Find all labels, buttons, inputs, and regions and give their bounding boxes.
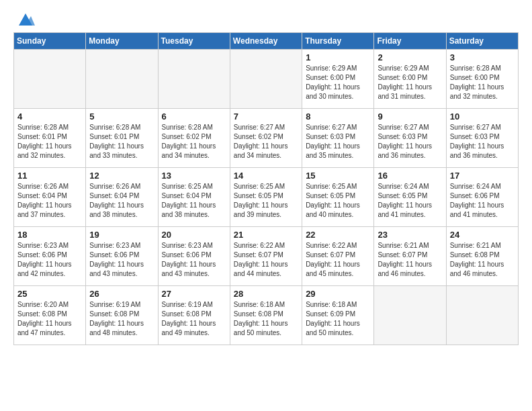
day-info: Sunrise: 6:18 AMSunset: 6:09 PMDaylight:… — [306, 300, 370, 338]
day-number: 11 — [17, 171, 82, 181]
calendar-cell — [446, 286, 518, 345]
day-number: 22 — [306, 230, 370, 240]
day-number: 6 — [162, 111, 226, 122]
calendar-cell: 24Sunrise: 6:21 AMSunset: 6:08 PMDayligh… — [446, 227, 518, 286]
day-number: 24 — [450, 230, 515, 240]
day-number: 3 — [450, 52, 515, 62]
weekday-header: Saturday — [446, 33, 518, 50]
calendar-cell: 27Sunrise: 6:19 AMSunset: 6:08 PMDayligh… — [158, 286, 230, 345]
day-number: 26 — [89, 289, 154, 299]
calendar-cell — [374, 286, 446, 345]
day-info: Sunrise: 6:19 AMSunset: 6:08 PMDaylight:… — [162, 300, 226, 338]
day-info: Sunrise: 6:26 AMSunset: 6:04 PMDaylight:… — [17, 182, 82, 220]
calendar-cell: 29Sunrise: 6:18 AMSunset: 6:09 PMDayligh… — [302, 286, 374, 345]
day-number: 7 — [234, 111, 298, 122]
day-info: Sunrise: 6:28 AMSunset: 6:02 PMDaylight:… — [162, 123, 226, 161]
calendar-cell: 1Sunrise: 6:29 AMSunset: 6:00 PMDaylight… — [302, 50, 374, 109]
calendar-cell: 18Sunrise: 6:23 AMSunset: 6:06 PMDayligh… — [14, 227, 86, 286]
calendar-cell: 2Sunrise: 6:29 AMSunset: 6:00 PMDaylight… — [374, 50, 446, 109]
calendar-cell: 19Sunrise: 6:23 AMSunset: 6:06 PMDayligh… — [86, 227, 158, 286]
calendar-cell: 25Sunrise: 6:20 AMSunset: 6:08 PMDayligh… — [14, 286, 86, 345]
day-number: 17 — [450, 171, 515, 181]
weekday-header: Monday — [86, 33, 158, 50]
calendar-cell: 12Sunrise: 6:26 AMSunset: 6:04 PMDayligh… — [86, 168, 158, 227]
day-info: Sunrise: 6:21 AMSunset: 6:08 PMDaylight:… — [450, 241, 515, 279]
calendar-cell: 10Sunrise: 6:27 AMSunset: 6:03 PMDayligh… — [446, 109, 518, 168]
day-info: Sunrise: 6:27 AMSunset: 6:03 PMDaylight:… — [378, 123, 442, 161]
logo-icon — [16, 13, 35, 26]
calendar-cell — [86, 50, 158, 109]
day-info: Sunrise: 6:28 AMSunset: 6:01 PMDaylight:… — [17, 123, 82, 161]
day-info: Sunrise: 6:23 AMSunset: 6:06 PMDaylight:… — [162, 241, 226, 279]
day-info: Sunrise: 6:18 AMSunset: 6:08 PMDaylight:… — [234, 300, 298, 338]
day-number: 10 — [450, 111, 515, 122]
calendar-cell — [14, 50, 86, 109]
calendar-cell: 3Sunrise: 6:28 AMSunset: 6:00 PMDaylight… — [446, 50, 518, 109]
calendar-cell — [158, 50, 230, 109]
calendar-cell: 16Sunrise: 6:24 AMSunset: 6:05 PMDayligh… — [374, 168, 446, 227]
day-number: 14 — [234, 171, 298, 181]
day-number: 20 — [162, 230, 226, 240]
day-info: Sunrise: 6:23 AMSunset: 6:06 PMDaylight:… — [89, 241, 154, 279]
day-info: Sunrise: 6:29 AMSunset: 6:00 PMDaylight:… — [378, 64, 442, 101]
calendar-cell: 11Sunrise: 6:26 AMSunset: 6:04 PMDayligh… — [14, 168, 86, 227]
day-info: Sunrise: 6:29 AMSunset: 6:00 PMDaylight:… — [306, 64, 370, 101]
day-number: 28 — [234, 289, 298, 299]
day-info: Sunrise: 6:24 AMSunset: 6:05 PMDaylight:… — [378, 182, 442, 220]
day-info: Sunrise: 6:27 AMSunset: 6:02 PMDaylight:… — [234, 123, 298, 161]
day-info: Sunrise: 6:22 AMSunset: 6:07 PMDaylight:… — [234, 241, 298, 279]
calendar-cell: 8Sunrise: 6:27 AMSunset: 6:03 PMDaylight… — [302, 109, 374, 168]
calendar-cell: 26Sunrise: 6:19 AMSunset: 6:08 PMDayligh… — [86, 286, 158, 345]
calendar-table: SundayMondayTuesdayWednesdayThursdayFrid… — [13, 32, 519, 345]
logo — [13, 13, 35, 26]
day-number: 18 — [17, 230, 82, 240]
day-info: Sunrise: 6:19 AMSunset: 6:08 PMDaylight:… — [89, 300, 154, 338]
weekday-header: Thursday — [302, 33, 374, 50]
day-info: Sunrise: 6:25 AMSunset: 6:05 PMDaylight:… — [234, 182, 298, 220]
weekday-header: Friday — [374, 33, 446, 50]
calendar-cell: 13Sunrise: 6:25 AMSunset: 6:04 PMDayligh… — [158, 168, 230, 227]
day-info: Sunrise: 6:24 AMSunset: 6:06 PMDaylight:… — [450, 182, 515, 220]
day-number: 9 — [378, 111, 442, 122]
day-number: 29 — [306, 289, 370, 299]
calendar-cell: 20Sunrise: 6:23 AMSunset: 6:06 PMDayligh… — [158, 227, 230, 286]
day-number: 2 — [378, 52, 442, 62]
day-number: 23 — [378, 230, 442, 240]
day-number: 19 — [89, 230, 154, 240]
day-number: 21 — [234, 230, 298, 240]
page-header — [13, 13, 519, 26]
day-number: 27 — [162, 289, 226, 299]
day-info: Sunrise: 6:21 AMSunset: 6:07 PMDaylight:… — [378, 241, 442, 279]
weekday-header: Tuesday — [158, 33, 230, 50]
calendar-cell: 22Sunrise: 6:22 AMSunset: 6:07 PMDayligh… — [302, 227, 374, 286]
day-info: Sunrise: 6:28 AMSunset: 6:01 PMDaylight:… — [89, 123, 154, 161]
calendar-cell: 21Sunrise: 6:22 AMSunset: 6:07 PMDayligh… — [230, 227, 302, 286]
day-info: Sunrise: 6:27 AMSunset: 6:03 PMDaylight:… — [450, 123, 515, 161]
weekday-header: Sunday — [14, 33, 86, 50]
day-number: 4 — [17, 111, 82, 122]
day-number: 25 — [17, 289, 82, 299]
day-number: 16 — [378, 171, 442, 181]
day-number: 13 — [162, 171, 226, 181]
day-info: Sunrise: 6:27 AMSunset: 6:03 PMDaylight:… — [306, 123, 370, 161]
day-info: Sunrise: 6:20 AMSunset: 6:08 PMDaylight:… — [17, 300, 82, 338]
day-number: 8 — [306, 111, 370, 122]
day-info: Sunrise: 6:28 AMSunset: 6:00 PMDaylight:… — [450, 64, 515, 101]
day-number: 12 — [89, 171, 154, 181]
day-info: Sunrise: 6:23 AMSunset: 6:06 PMDaylight:… — [17, 241, 82, 279]
calendar-cell: 15Sunrise: 6:25 AMSunset: 6:05 PMDayligh… — [302, 168, 374, 227]
calendar-cell: 7Sunrise: 6:27 AMSunset: 6:02 PMDaylight… — [230, 109, 302, 168]
calendar-cell: 28Sunrise: 6:18 AMSunset: 6:08 PMDayligh… — [230, 286, 302, 345]
calendar-cell: 4Sunrise: 6:28 AMSunset: 6:01 PMDaylight… — [14, 109, 86, 168]
calendar-cell — [230, 50, 302, 109]
day-info: Sunrise: 6:26 AMSunset: 6:04 PMDaylight:… — [89, 182, 154, 220]
calendar-cell: 17Sunrise: 6:24 AMSunset: 6:06 PMDayligh… — [446, 168, 518, 227]
calendar-cell: 6Sunrise: 6:28 AMSunset: 6:02 PMDaylight… — [158, 109, 230, 168]
calendar-cell: 9Sunrise: 6:27 AMSunset: 6:03 PMDaylight… — [374, 109, 446, 168]
day-number: 15 — [306, 171, 370, 181]
calendar-cell: 5Sunrise: 6:28 AMSunset: 6:01 PMDaylight… — [86, 109, 158, 168]
calendar-cell: 14Sunrise: 6:25 AMSunset: 6:05 PMDayligh… — [230, 168, 302, 227]
day-info: Sunrise: 6:25 AMSunset: 6:04 PMDaylight:… — [162, 182, 226, 220]
calendar-cell: 23Sunrise: 6:21 AMSunset: 6:07 PMDayligh… — [374, 227, 446, 286]
day-info: Sunrise: 6:25 AMSunset: 6:05 PMDaylight:… — [306, 182, 370, 220]
